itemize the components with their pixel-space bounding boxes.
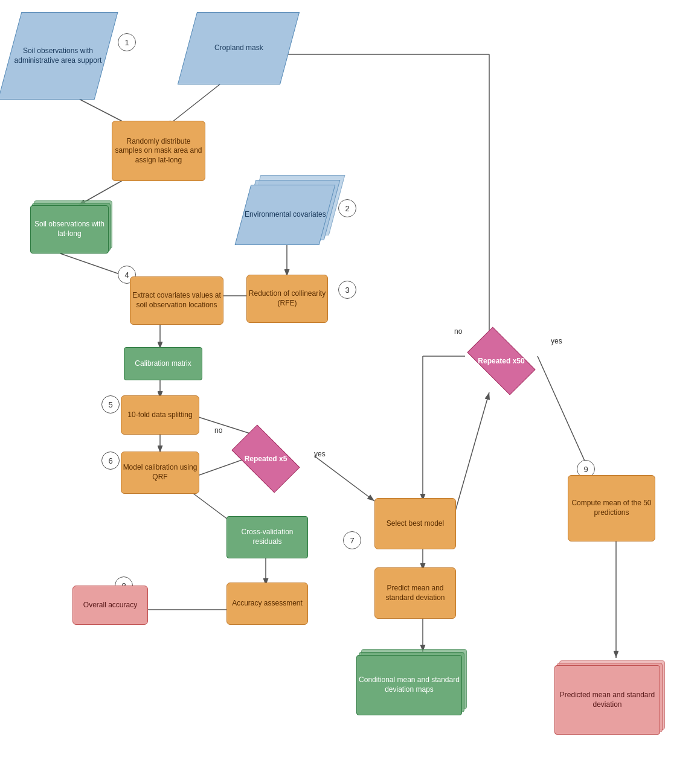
circle-1: 1 — [118, 33, 136, 51]
select-best-model-node: Select best model — [374, 498, 456, 549]
soil-obs-latlong-label: Soil observations with lat-long — [31, 220, 108, 238]
randomly-distribute-label: Randomly distribute samples on mask area… — [112, 137, 205, 165]
repeated-x5-container: Repeated x5 — [223, 435, 308, 483]
workflow-diagram: Soil observations with administrative ar… — [0, 0, 700, 760]
circle-6: 6 — [101, 452, 120, 470]
predicted-mean-sd-label: Predicted mean and standard deviation — [555, 691, 660, 709]
env-covariates-label: Environmental covariates — [245, 210, 326, 220]
predict-mean-sd-node: Predict mean and standard deviation — [374, 567, 456, 619]
model-calibration-node: Model calibration using QRF — [121, 452, 199, 494]
predict-mean-sd-label: Predict mean and standard deviation — [375, 584, 455, 602]
repeated-x50-container: Repeated x50 — [459, 337, 544, 385]
soil-obs-latlong-node: Soil observations with lat-long — [30, 205, 109, 254]
yes-label-x50: yes — [551, 337, 562, 345]
overall-accuracy-label: Overall accuracy — [83, 601, 137, 610]
compute-mean-label: Compute mean of the 50 predictions — [568, 499, 655, 517]
cross-validation-node: Cross-validation residuals — [226, 516, 308, 558]
model-calibration-label: Model calibration using QRF — [121, 463, 199, 482]
no-label-x5: no — [214, 426, 222, 435]
randomly-distribute-node: Randomly distribute samples on mask area… — [112, 121, 205, 181]
conditional-maps-node: Conditional mean and standard deviation … — [356, 655, 462, 715]
svg-line-20 — [453, 392, 489, 519]
calibration-label: Calibration matrix — [135, 359, 191, 369]
circle-7: 7 — [343, 531, 361, 549]
yes-label-x5: yes — [314, 450, 326, 458]
reduction-label: Reduction of collinearity (RFE) — [247, 289, 327, 308]
arrows-layer — [0, 0, 700, 760]
circle-2: 2 — [338, 199, 356, 217]
extract-label: Extract covariates values at soil observ… — [130, 291, 223, 310]
no-label-x50: no — [454, 327, 462, 336]
ten-fold-node: 10-fold data splitting — [121, 395, 199, 435]
reduction-collinearity-node: Reduction of collinearity (RFE) — [246, 275, 328, 323]
ten-fold-label: 10-fold data splitting — [127, 410, 192, 420]
soil-observations-label: Soil observations with administrative ar… — [10, 46, 106, 65]
circle-3: 3 — [338, 281, 356, 299]
svg-line-23 — [538, 356, 592, 477]
conditional-maps-label: Conditional mean and standard deviation … — [357, 675, 461, 694]
accuracy-assessment-label: Accuracy assessment — [232, 599, 303, 608]
extract-covariates-node: Extract covariates values at soil observ… — [130, 276, 223, 325]
repeated-x50-text: Repeated x50 — [478, 357, 524, 365]
calibration-matrix-node: Calibration matrix — [124, 347, 202, 380]
svg-line-2 — [166, 81, 223, 127]
svg-line-17 — [314, 456, 374, 501]
cropland-mask-label: Cropland mask — [214, 43, 263, 53]
soil-observations-node: Soil observations with administrative ar… — [0, 12, 118, 100]
overall-accuracy-node: Overall accuracy — [72, 586, 148, 625]
select-best-model-label: Select best model — [387, 519, 444, 529]
cropland-mask-node: Cropland mask — [178, 12, 300, 85]
compute-mean-node: Compute mean of the 50 predictions — [568, 475, 655, 541]
circle-5: 5 — [101, 395, 120, 414]
env-covariates-node: Environmental covariates — [235, 185, 336, 245]
repeated-x5-text: Repeated x5 — [245, 455, 287, 463]
accuracy-assessment-node: Accuracy assessment — [226, 583, 308, 625]
cross-validation-label: Cross-validation residuals — [227, 528, 307, 546]
predicted-mean-sd-node: Predicted mean and standard deviation — [554, 665, 660, 735]
